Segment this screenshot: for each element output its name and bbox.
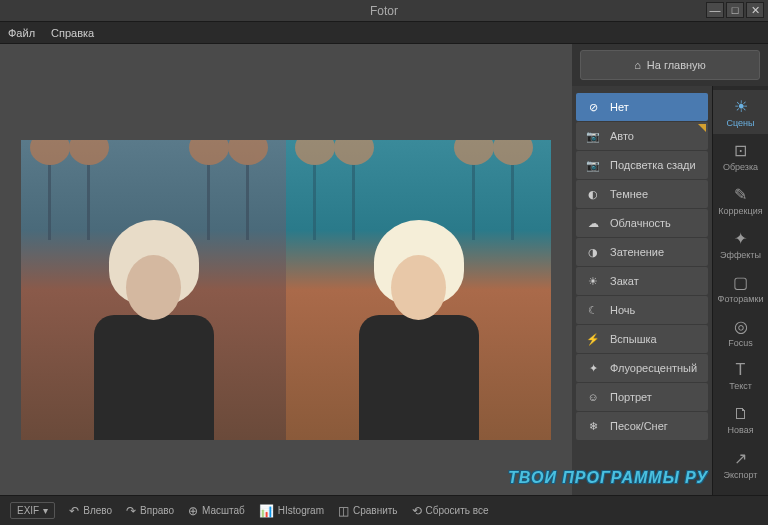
scene-icon: ◑: [586, 245, 600, 259]
watermark: ТВОИ ПРОГРАММЫ РУ: [508, 469, 708, 487]
scene-label: Закат: [610, 275, 639, 287]
zoom-button[interactable]: ⊕Масштаб: [188, 504, 245, 518]
scene-icon: ⚡: [586, 332, 600, 346]
rotate-right-button[interactable]: ↷Вправо: [126, 504, 174, 518]
tool-label: Фоторамки: [718, 294, 764, 304]
home-button[interactable]: ⌂ На главную: [580, 50, 760, 80]
photo-compare: [21, 140, 551, 440]
scene-item-0[interactable]: ⊘Нет: [576, 93, 708, 121]
tool-icon: 🗋: [733, 405, 749, 423]
tool-icon: ✎: [734, 185, 747, 204]
histogram-button[interactable]: 📊HIstogram: [259, 504, 324, 518]
scene-item-4[interactable]: ☁Облачность: [576, 209, 708, 237]
scene-label: Флуоресцентный: [610, 362, 697, 374]
scene-label: Вспышка: [610, 333, 657, 345]
scene-label: Песок/Снег: [610, 420, 668, 432]
scene-label: Темнее: [610, 188, 648, 200]
minimize-button[interactable]: —: [706, 2, 724, 18]
rotate-left-button[interactable]: ↶Влево: [69, 504, 112, 518]
tool-текст[interactable]: TТекст: [713, 354, 768, 398]
exif-button[interactable]: EXIF ▾: [10, 502, 55, 519]
bottombar: EXIF ▾ ↶Влево ↷Вправо ⊕Масштаб 📊HIstogra…: [0, 495, 768, 525]
tool-icon: T: [736, 361, 746, 379]
tool-icon: ✦: [734, 229, 747, 248]
tool-label: Новая: [727, 425, 753, 435]
histogram-icon: 📊: [259, 504, 274, 518]
scene-item-9[interactable]: ✦Флуоресцентный: [576, 354, 708, 382]
scene-label: Затенение: [610, 246, 664, 258]
scene-label: Авто: [610, 130, 634, 142]
reset-icon: ⟲: [412, 504, 422, 518]
scene-item-2[interactable]: 📷Подсветка сзади: [576, 151, 708, 179]
scene-item-11[interactable]: ❄Песок/Снег: [576, 412, 708, 440]
app-title: Fotor: [370, 4, 398, 18]
tool-экспорт[interactable]: ↗Экспорт: [713, 442, 768, 486]
tool-label: Focus: [728, 338, 753, 348]
menu-help[interactable]: Справка: [51, 27, 94, 39]
scene-icon: 📷: [586, 158, 600, 172]
scene-item-5[interactable]: ◑Затенение: [576, 238, 708, 266]
titlebar: Fotor — □ ✕: [0, 0, 768, 22]
scene-icon: ☾: [586, 303, 600, 317]
canvas-area: [0, 44, 572, 495]
tool-icon: ☀: [734, 97, 748, 116]
window-controls: — □ ✕: [706, 2, 764, 18]
scene-item-1[interactable]: 📷Авто: [576, 122, 708, 150]
tool-label: Экспорт: [724, 470, 758, 480]
scene-label: Нет: [610, 101, 629, 113]
tool-label: Коррекция: [718, 206, 762, 216]
scene-label: Подсветка сзади: [610, 159, 696, 171]
scene-icon: ☺: [586, 390, 600, 404]
compare-icon: ◫: [338, 504, 349, 518]
tool-обрезка[interactable]: ⊡Обрезка: [713, 134, 768, 178]
tool-focus[interactable]: ◎Focus: [713, 310, 768, 354]
scene-icon: ❄: [586, 419, 600, 433]
tool-эффекты[interactable]: ✦Эффекты: [713, 222, 768, 266]
scene-panel: ⊘Нет📷Авто📷Подсветка сзади◐Темнее☁Облачно…: [572, 86, 712, 495]
right-toolbar: ☀Сцены⊡Обрезка✎Коррекция✦Эффекты▢Фоторам…: [712, 86, 768, 495]
tool-label: Сцены: [727, 118, 755, 128]
home-label: На главную: [647, 59, 706, 71]
scene-icon: ⊘: [586, 100, 600, 114]
scene-icon: 📷: [586, 129, 600, 143]
scene-label: Облачность: [610, 217, 671, 229]
tool-коррекция[interactable]: ✎Коррекция: [713, 178, 768, 222]
scene-icon: ☁: [586, 216, 600, 230]
tool-label: Текст: [729, 381, 752, 391]
tool-фоторамки[interactable]: ▢Фоторамки: [713, 266, 768, 310]
rotate-right-icon: ↷: [126, 504, 136, 518]
scene-icon: ☀: [586, 274, 600, 288]
main-area: ⌂ На главную ⊘Нет📷Авто📷Подсветка сзади◐Т…: [0, 44, 768, 495]
maximize-button[interactable]: □: [726, 2, 744, 18]
zoom-icon: ⊕: [188, 504, 198, 518]
photo-edited: [286, 140, 551, 440]
tool-новая[interactable]: 🗋Новая: [713, 398, 768, 442]
close-button[interactable]: ✕: [746, 2, 764, 18]
rotate-left-icon: ↶: [69, 504, 79, 518]
scene-label: Портрет: [610, 391, 652, 403]
scene-item-10[interactable]: ☺Портрет: [576, 383, 708, 411]
menu-file[interactable]: Файл: [8, 27, 35, 39]
menubar: Файл Справка: [0, 22, 768, 44]
tool-сцены[interactable]: ☀Сцены: [713, 90, 768, 134]
photo-original: [21, 140, 286, 440]
reset-button[interactable]: ⟲Сбросить все: [412, 504, 489, 518]
right-section: ⌂ На главную ⊘Нет📷Авто📷Подсветка сзади◐Т…: [572, 44, 768, 495]
tool-icon: ◎: [734, 317, 748, 336]
scene-icon: ◐: [586, 187, 600, 201]
compare-button[interactable]: ◫Сравнить: [338, 504, 398, 518]
tool-label: Эффекты: [720, 250, 761, 260]
scene-label: Ночь: [610, 304, 635, 316]
tool-icon: ⊡: [734, 141, 747, 160]
scene-icon: ✦: [586, 361, 600, 375]
tool-icon: ▢: [733, 273, 748, 292]
scene-item-7[interactable]: ☾Ночь: [576, 296, 708, 324]
scene-item-3[interactable]: ◐Темнее: [576, 180, 708, 208]
home-icon: ⌂: [634, 59, 641, 71]
tool-label: Обрезка: [723, 162, 758, 172]
scene-item-8[interactable]: ⚡Вспышка: [576, 325, 708, 353]
scene-item-6[interactable]: ☀Закат: [576, 267, 708, 295]
tool-icon: ↗: [734, 449, 747, 468]
